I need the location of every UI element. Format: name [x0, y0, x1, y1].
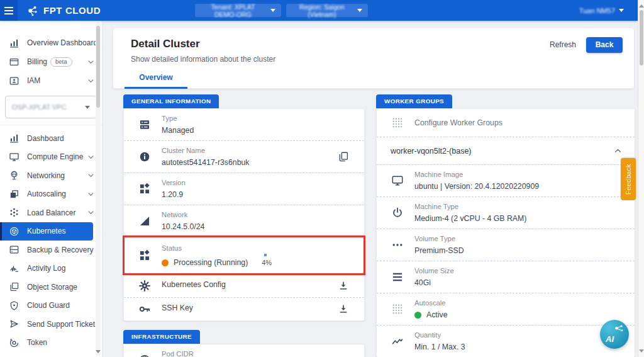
tab-overview[interactable]: Overview — [125, 68, 187, 89]
sidebar-item-networking[interactable]: Networking — [0, 166, 102, 185]
ai-assistant-button[interactable]: AI — [600, 320, 629, 349]
sidebar-item-cloud-guard[interactable]: Cloud Guard — [0, 297, 102, 315]
refresh-button[interactable]: Refresh — [547, 37, 579, 53]
chevron-down-icon — [86, 171, 96, 180]
vpc-selected-value: OSP-XPLAT-VPC — [12, 103, 67, 111]
worker-group-header[interactable]: worker-vqon5lt2-(base) — [377, 137, 635, 165]
user-menu[interactable]: Tuan NM57 — [579, 0, 624, 21]
page-scrollbar[interactable] — [638, 0, 644, 357]
row-quantity: Quantity Min. 1 / Max. 3 — [377, 325, 635, 357]
row-value: Medium-4 (2 vCPU - 4 GB RAM) — [414, 213, 526, 224]
chevron-down-icon — [86, 57, 96, 67]
iam-icon — [9, 76, 19, 86]
sidebar-scrollbar[interactable] — [96, 22, 101, 356]
row-autoscale: Autoscale Active — [377, 293, 635, 325]
kubernetes-icon — [9, 226, 19, 237]
chevron-down-icon — [86, 208, 96, 217]
sidebar-item-overview-dashboard[interactable]: Overview Dashboard — [0, 33, 102, 52]
download-icon[interactable] — [338, 303, 349, 315]
page-header-card: Detail Cluster Show detailed information… — [113, 28, 634, 89]
sidebar-item-kubernetes[interactable]: Kubernetes — [0, 222, 93, 241]
row-version: Version 1.20.9 — [124, 173, 364, 205]
status-dot — [414, 312, 421, 319]
sidebar-item-compute-engine[interactable]: Compute Engine — [0, 148, 102, 167]
tenant-label: Tenant: XPLAT DEMO-ORG — [201, 3, 265, 18]
sidebar-item-billing[interactable]: Billing beta — [0, 52, 102, 71]
right-column: WORKER GROUPS Configure Worker Groups wo… — [376, 94, 635, 357]
chevron-up-icon[interactable] — [613, 145, 623, 156]
row-value: Premium-SSD — [414, 246, 464, 256]
signal-icon — [138, 215, 151, 227]
row-label: Machine Type — [414, 202, 635, 212]
ai-molecule-icon — [612, 323, 626, 337]
billing-icon — [9, 57, 19, 67]
sidebar-item-load-balancer[interactable]: Load Balancer — [0, 203, 102, 222]
caret-down-icon — [357, 9, 362, 12]
configure-worker-groups-label: Configure Worker Groups — [414, 118, 502, 127]
scroll-down-icon[interactable] — [96, 350, 101, 353]
power-icon — [391, 207, 404, 219]
apps-grid-icon — [391, 303, 404, 315]
row-value: Min. 1 / Max. 3 — [414, 342, 465, 352]
scroll-down-icon[interactable] — [639, 349, 644, 354]
row-machine-image: Machine Image ubuntu | Version: 20.4.120… — [377, 165, 635, 196]
apps-grid-icon — [391, 116, 404, 129]
sidebar-item-autoscaling[interactable]: Autoscaling — [0, 185, 102, 204]
region-selector[interactable]: Region: Saigon (Vietnam) — [286, 4, 368, 17]
page-actions: Refresh Back — [547, 37, 623, 53]
backup-icon — [9, 244, 19, 255]
row-label: Machine Image — [414, 170, 635, 179]
progress-percent: 4% — [262, 259, 272, 266]
sidebar-item-activity-log[interactable]: Activity Log — [0, 259, 102, 278]
download-icon[interactable] — [338, 280, 349, 292]
brand-text: FPT CLOUD — [43, 5, 101, 16]
sidebar-item-dashboard[interactable]: Dashboard — [0, 129, 102, 148]
row-value: Managed — [162, 125, 194, 135]
dots-icon — [391, 239, 404, 251]
row-label: Version — [162, 178, 364, 188]
gear-icon — [138, 280, 151, 292]
list-icon — [391, 271, 404, 283]
row-ssh-key: SSH Key — [124, 297, 364, 320]
back-button[interactable]: Back — [586, 37, 623, 53]
row-label: Kubernetes Config — [162, 280, 331, 290]
page-scrollbar-thumb[interactable] — [640, 10, 643, 65]
tenant-selector[interactable]: Tenant: XPLAT DEMO-ORG — [195, 4, 281, 17]
row-value: 40Gi — [414, 278, 431, 288]
fpt-cloud-logo: FPT CLOUD — [25, 0, 101, 21]
feedback-button[interactable]: Feedback — [621, 158, 636, 200]
vpc-selector[interactable]: OSP-XPLAT-VPC — [5, 96, 97, 118]
sidebar-item-iam[interactable]: IAM — [0, 71, 102, 90]
page-subtitle: Show detailed information about the clus… — [131, 55, 634, 64]
sidebar-item-send-support-ticket[interactable]: Send Support Ticket — [0, 315, 102, 334]
send-ticket-icon — [9, 319, 19, 329]
sidebar-item-backup-recovery[interactable]: Backup & Recovery — [0, 241, 102, 259]
chevron-down-icon — [86, 190, 96, 199]
widgets-icon — [138, 183, 151, 195]
sidebar-item-token[interactable]: Token — [0, 334, 102, 353]
network-icon — [9, 170, 19, 181]
copy-icon[interactable] — [338, 151, 349, 162]
row-value: Processing (Running) — [174, 258, 248, 268]
hamburger-menu-icon[interactable] — [0, 0, 18, 21]
sidebar-scrollbar-thumb[interactable] — [96, 26, 100, 108]
configure-worker-groups-button[interactable]: Configure Worker Groups — [377, 109, 635, 137]
row-label: Volume Type — [414, 234, 635, 244]
beta-badge: beta — [50, 57, 72, 67]
user-name: Tuan NM57 — [579, 7, 615, 14]
row-cluster-name: Cluster Name autotest541417-r3s6nbuk — [124, 140, 364, 173]
worker-group-name: worker-vqon5lt2-(base) — [391, 147, 472, 156]
sidebar-item-object-storage[interactable]: Object Storage — [0, 278, 102, 297]
row-label: SSH Key — [162, 303, 331, 313]
chevron-down-icon — [86, 76, 96, 86]
row-value: autotest541417-r3s6nbuk — [162, 157, 249, 167]
widgets-icon — [138, 249, 151, 262]
scroll-up-icon[interactable] — [639, 3, 644, 8]
tab-strip: Overview — [113, 68, 634, 89]
main-content: Detail Cluster Show detailed information… — [103, 21, 638, 357]
row-kubernetes-config: Kubernetes Config — [124, 274, 364, 297]
activity-icon — [9, 263, 19, 274]
trend-icon — [391, 335, 404, 348]
panel-header-infrastructure: INFRASTRUCTURE — [123, 330, 200, 344]
sidebar: Overview Dashboard Billing beta IAM OSP-… — [0, 21, 103, 357]
